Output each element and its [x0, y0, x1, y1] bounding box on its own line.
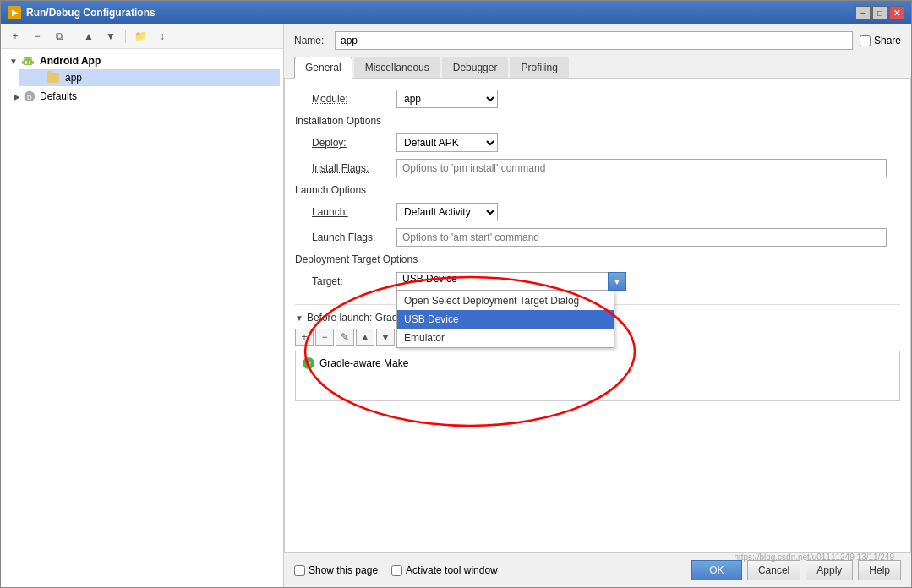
cancel-button[interactable]: Cancel: [747, 560, 800, 580]
deployment-target-header: Deployment Target Options: [295, 253, 900, 265]
activate-tool-checkbox[interactable]: [391, 565, 402, 576]
name-label: Name:: [294, 35, 328, 46]
tab-debugger[interactable]: Debugger: [442, 57, 509, 78]
launch-add-button[interactable]: +: [295, 329, 314, 346]
title-bar: ▶ Run/Debug Configurations − □ ✕: [1, 1, 911, 24]
show-page-label: Show this page: [309, 564, 378, 576]
installation-options-header: Installation Options: [295, 115, 900, 127]
svg-text:D: D: [27, 94, 32, 101]
install-flags-input[interactable]: [396, 159, 887, 177]
launch-down-button[interactable]: ▼: [376, 329, 395, 346]
launch-options-header: Launch Options: [295, 184, 900, 196]
move-up-button[interactable]: ▲: [79, 28, 98, 45]
launch-item-label: Gradle-aware Make: [319, 357, 408, 369]
defaults-label: Defaults: [40, 90, 77, 102]
title-buttons: − □ ✕: [855, 6, 904, 19]
target-dropdown-container: USB Device ▼ Open Select Deployment Targ…: [396, 272, 626, 291]
separator-1: [74, 30, 74, 43]
folder-button[interactable]: 📁: [131, 28, 150, 45]
name-row: Name: Share: [284, 24, 911, 57]
defaults-toggle[interactable]: ▶: [11, 90, 23, 102]
right-panel: Name: Share General Miscellaneous Debugg…: [284, 24, 911, 587]
svg-rect-6: [25, 61, 27, 64]
name-input[interactable]: [335, 31, 853, 50]
before-launch-collapse-icon[interactable]: ▼: [295, 313, 303, 323]
apply-button[interactable]: Apply: [806, 560, 853, 580]
help-button[interactable]: Help: [858, 560, 901, 580]
deploy-select-wrapper: Default APK: [396, 133, 498, 152]
left-toolbar: + − ⧉ ▲ ▼ 📁 ↕: [1, 24, 283, 49]
activate-tool-label: Activate tool window: [406, 564, 498, 576]
installation-options-section: Installation Options Deploy: Default APK…: [295, 115, 900, 177]
launch-edit-button[interactable]: ✎: [336, 329, 354, 346]
launch-label: Launch:: [312, 206, 396, 218]
target-label: Target:: [312, 275, 396, 287]
dropdown-option-dialog[interactable]: Open Select Deployment Target Dialog: [397, 291, 614, 310]
deploy-label: Deploy:: [312, 137, 396, 149]
launch-up-button[interactable]: ▲: [356, 329, 374, 346]
watermark: https://blog.csdn.net/u01111249 13/11/24…: [734, 553, 894, 562]
tree-defaults-item[interactable]: ▶ D Defaults: [4, 88, 280, 105]
launch-row: Launch: Default Activity: [295, 203, 900, 221]
remove-config-button[interactable]: −: [28, 28, 46, 45]
add-config-button[interactable]: +: [6, 28, 25, 45]
svg-rect-0: [24, 59, 32, 65]
launch-select[interactable]: Default Activity: [396, 203, 498, 221]
main-content: + − ⧉ ▲ ▼ 📁 ↕ ▼: [1, 24, 911, 587]
launch-list-item[interactable]: Gradle-aware Make: [299, 355, 896, 372]
deploy-select[interactable]: Default APK: [396, 133, 498, 152]
svg-rect-7: [29, 61, 30, 64]
launch-options-section: Launch Options Launch: Default Activity …: [295, 184, 900, 247]
target-dropdown-arrow[interactable]: ▼: [608, 272, 626, 291]
window-title: Run/Debug Configurations: [26, 7, 156, 19]
tree-children: app: [4, 69, 280, 86]
target-row: Target: USB Device ▼ Open Select Deploym…: [295, 272, 900, 291]
launch-select-wrapper: Default Activity: [396, 203, 498, 221]
android-app-toggle[interactable]: ▼: [8, 55, 19, 67]
sort-button[interactable]: ↕: [153, 28, 172, 45]
bottom-check-row: Show this page Activate tool window: [294, 564, 685, 576]
target-dropdown-display[interactable]: USB Device: [396, 272, 608, 291]
tab-miscellaneous[interactable]: Miscellaneous: [354, 57, 440, 78]
defaults-icon: D: [23, 90, 36, 103]
tabs-bar: General Miscellaneous Debugger Profiling: [284, 57, 911, 79]
copy-config-button[interactable]: ⧉: [50, 28, 68, 45]
module-select[interactable]: app: [396, 90, 498, 108]
install-flags-label: Install Flags:: [312, 162, 396, 174]
tab-general[interactable]: General: [294, 57, 352, 79]
tab-content-general: Module: app Installation Options Deploy:: [284, 79, 911, 553]
maximize-button[interactable]: □: [872, 6, 887, 19]
share-checkbox-row: Share: [860, 35, 901, 46]
app-label: app: [65, 72, 82, 84]
config-tree: ▼ Android App: [1, 49, 283, 587]
launch-flags-row: Launch Flags:: [295, 228, 900, 247]
launch-flags-input[interactable]: [396, 228, 887, 247]
close-button[interactable]: ✕: [889, 6, 904, 19]
launch-list: Gradle-aware Make: [295, 351, 900, 401]
dropdown-option-usb[interactable]: USB Device: [397, 310, 614, 329]
activate-tool-check: Activate tool window: [391, 564, 498, 576]
share-checkbox[interactable]: [860, 35, 871, 46]
show-page-check: Show this page: [294, 564, 378, 576]
tab-profiling[interactable]: Profiling: [510, 57, 568, 78]
app-icon: ▶: [8, 6, 21, 19]
main-window: ▶ Run/Debug Configurations − □ ✕ + − ⧉ ▲…: [0, 0, 912, 588]
launch-remove-button[interactable]: −: [315, 329, 334, 346]
svg-rect-4: [22, 61, 24, 64]
install-flags-row: Install Flags:: [295, 159, 900, 177]
target-dropdown-menu: Open Select Deployment Target Dialog USB…: [396, 291, 614, 348]
module-label: Module:: [312, 93, 396, 105]
move-down-button[interactable]: ▼: [101, 28, 120, 45]
separator-2: [125, 30, 126, 43]
svg-rect-1: [25, 57, 30, 60]
tree-android-app[interactable]: ▼ Android App: [4, 52, 280, 69]
ok-button[interactable]: OK: [691, 560, 742, 580]
show-page-checkbox[interactable]: [294, 565, 305, 576]
dropdown-option-emulator[interactable]: Emulator: [397, 329, 614, 347]
module-select-wrapper: app: [396, 90, 498, 108]
deploy-row: Deploy: Default APK: [295, 133, 900, 152]
android-icon: [21, 54, 35, 68]
tree-app-item[interactable]: app: [19, 69, 280, 86]
deployment-target-section: Deployment Target Options Target: USB De…: [295, 253, 900, 291]
minimize-button[interactable]: −: [855, 6, 871, 19]
